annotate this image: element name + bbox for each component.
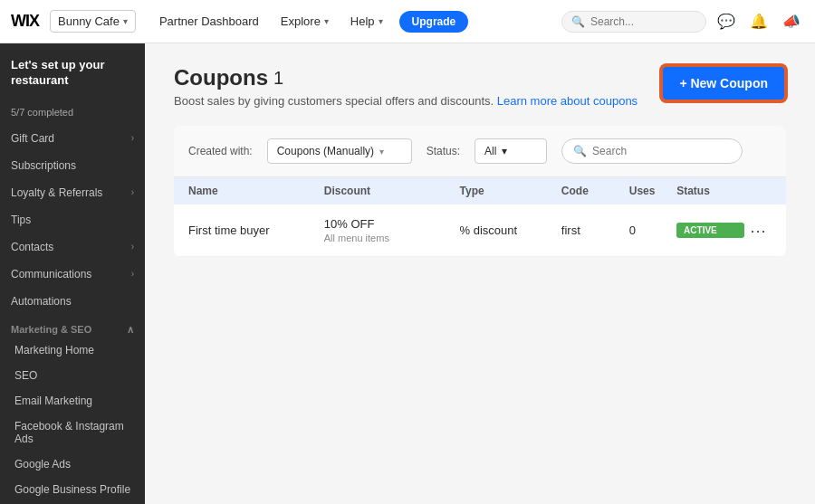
col-type: Type — [460, 185, 561, 197]
chevron-right-icon: › — [131, 187, 134, 197]
status-select[interactable]: All ▾ — [475, 138, 547, 164]
nav-explore[interactable]: Explore ▾ — [272, 9, 338, 33]
coupon-search-input[interactable] — [592, 145, 731, 157]
created-with-label: Created with: — [188, 145, 253, 157]
status-label: Status: — [427, 145, 460, 157]
row-more-button[interactable]: ⋯ — [744, 219, 772, 242]
filter-bar: Created with: Coupons (Manually) ▾ Statu… — [174, 126, 786, 177]
sidebar-header: Let's set up your restaurant — [0, 43, 145, 96]
coupon-search[interactable]: 🔍 — [561, 138, 743, 164]
new-coupon-button[interactable]: + New Coupon — [661, 65, 786, 101]
upgrade-button[interactable]: Upgrade — [399, 11, 469, 33]
page-title: Coupons 1 — [174, 65, 638, 90]
learn-more-link[interactable]: Learn more about coupons — [497, 94, 638, 108]
global-search-input[interactable] — [590, 15, 696, 28]
page-title-area: Coupons 1 Boost sales by giving customer… — [174, 65, 638, 108]
brand-name: Bunny Cafe — [58, 14, 120, 28]
chevron-up-icon: ∧ — [127, 324, 134, 336]
global-search[interactable]: 🔍 — [561, 11, 706, 33]
page-subtitle: Boost sales by giving customers special … — [174, 94, 638, 108]
col-code: Code — [561, 185, 629, 197]
col-status: Status — [676, 185, 744, 197]
wix-logo: WIX — [11, 12, 39, 31]
chevron-down-icon: ▾ — [502, 145, 507, 157]
page-header: Coupons 1 Boost sales by giving customer… — [174, 65, 786, 108]
chevron-right-icon: › — [131, 133, 134, 143]
bell-icon-button[interactable]: 🔔 — [746, 9, 772, 33]
page-title-count: 1 — [273, 68, 283, 89]
top-nav-right: 🔍 💬 🔔 📣 — [561, 9, 804, 33]
sidebar-item-automations[interactable]: Automations — [0, 288, 145, 315]
nav-partner-dashboard[interactable]: Partner Dashboard — [150, 9, 268, 33]
nav-links: Partner Dashboard Explore ▾ Help ▾ Upgra… — [150, 9, 468, 33]
coupons-card: Created with: Coupons (Manually) ▾ Statu… — [174, 126, 786, 257]
sidebar-item-contacts[interactable]: Contacts › — [0, 233, 145, 261]
table-row: First time buyer 10% OFF All menu items … — [174, 204, 786, 257]
sidebar-section-marketing[interactable]: Marketing & SEO ∧ — [0, 315, 145, 338]
chevron-right-icon: › — [131, 269, 134, 279]
row-name: First time buyer — [188, 223, 324, 237]
row-uses: 0 — [629, 223, 676, 237]
sidebar-item-google-business[interactable]: Google Business Profile — [0, 477, 145, 502]
nav-help[interactable]: Help ▾ — [341, 9, 392, 33]
search-icon: 🔍 — [571, 15, 585, 28]
sidebar-item-fb-instagram[interactable]: Facebook & Instagram Ads — [0, 414, 145, 452]
top-nav: WIX Bunny Cafe ▾ Partner Dashboard Explo… — [0, 0, 815, 43]
col-discount: Discount — [324, 185, 460, 197]
sidebar-item-tips[interactable]: Tips — [0, 206, 145, 233]
table-header: Name Discount Type Code Uses Status — [174, 177, 786, 204]
sidebar: Let's set up your restaurant 5/7 complet… — [0, 43, 145, 504]
created-with-select[interactable]: Coupons (Manually) ▾ — [267, 138, 412, 164]
sidebar-item-seo[interactable]: SEO — [0, 363, 145, 388]
col-uses: Uses — [629, 185, 676, 197]
col-actions — [744, 185, 772, 197]
app-layout: Let's set up your restaurant 5/7 complet… — [0, 43, 815, 504]
chevron-down-icon: ▾ — [324, 16, 329, 26]
sidebar-item-communications[interactable]: Communications › — [0, 261, 145, 288]
sidebar-item-loyalty[interactable]: Loyalty & Referrals › — [0, 179, 145, 206]
row-discount: 10% OFF All menu items — [324, 217, 460, 243]
sidebar-item-email-marketing[interactable]: Email Marketing — [0, 388, 145, 414]
chevron-down-icon: ▾ — [123, 16, 128, 26]
progress-label: 5/7 completed — [0, 105, 145, 125]
sidebar-item-google-ads[interactable]: Google Ads — [0, 452, 145, 477]
chevron-right-icon: › — [131, 242, 134, 252]
status-badge: ACTIVE — [676, 223, 744, 238]
row-type: % discount — [460, 223, 561, 237]
row-code: first — [561, 223, 629, 237]
chat-icon-button[interactable]: 💬 — [714, 9, 739, 33]
megaphone-icon-button[interactable]: 📣 — [779, 9, 804, 33]
sidebar-item-subscriptions[interactable]: Subscriptions — [0, 152, 145, 179]
search-icon: 🔍 — [573, 145, 587, 157]
sidebar-item-gift-card[interactable]: Gift Card › — [0, 125, 145, 152]
chevron-down-icon: ▾ — [379, 147, 384, 157]
main-content: Coupons 1 Boost sales by giving customer… — [145, 43, 815, 504]
brand-selector[interactable]: Bunny Cafe ▾ — [50, 10, 136, 33]
chevron-down-icon: ▾ — [379, 16, 383, 26]
sidebar-item-marketing-home[interactable]: Marketing Home — [0, 338, 145, 363]
col-name: Name — [188, 185, 324, 197]
